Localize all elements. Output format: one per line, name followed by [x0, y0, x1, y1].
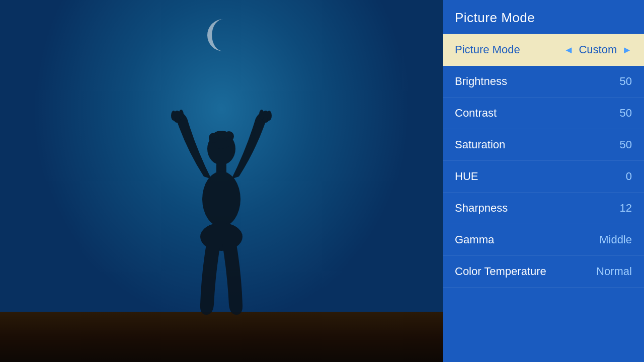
arrow-right-icon-picture-mode[interactable]: ►: [622, 44, 632, 56]
menu-item-value-brightness: 50: [602, 75, 632, 88]
arrow-left-icon-picture-mode[interactable]: ◄: [564, 44, 574, 56]
menu-item-value-hue: 0: [602, 170, 632, 183]
menu-item-value-container-hue: 0: [602, 170, 632, 183]
menu-item-label-sharpness: Sharpness: [455, 202, 508, 215]
menu-item-saturation[interactable]: Saturation50: [443, 129, 644, 161]
menu-item-value-container-sharpness: 12: [602, 202, 632, 215]
menu-item-value-saturation: 50: [602, 138, 632, 151]
svg-point-8: [179, 110, 184, 120]
menu-items-list: Picture Mode◄Custom►Brightness50Contrast…: [443, 34, 644, 362]
menu-item-value-container-saturation: 50: [602, 138, 632, 151]
svg-point-7: [171, 111, 176, 121]
menu-item-value-container-contrast: 50: [602, 107, 632, 120]
menu-item-value-container-brightness: 50: [602, 75, 632, 88]
menu-item-label-hue: HUE: [455, 170, 478, 183]
menu-item-value-color-temperature: Normal: [596, 265, 632, 278]
menu-item-picture-mode[interactable]: Picture Mode◄Custom►: [443, 34, 644, 66]
menu-item-value-contrast: 50: [602, 107, 632, 120]
menu-item-value-container-gamma: Middle: [599, 233, 632, 246]
svg-point-3: [224, 131, 234, 141]
menu-item-value-container-color-temperature: Normal: [596, 265, 632, 278]
svg-point-11: [259, 110, 264, 120]
svg-point-5: [202, 171, 240, 227]
menu-item-gamma[interactable]: GammaMiddle: [443, 224, 644, 256]
moon: [201, 15, 242, 55]
menu-item-value-picture-mode: Custom: [579, 43, 617, 56]
menu-item-value-gamma: Middle: [599, 233, 632, 246]
picture-mode-panel: Picture Mode Picture Mode◄Custom►Brightn…: [443, 0, 644, 362]
menu-item-label-color-temperature: Color Temperature: [455, 265, 546, 278]
menu-item-brightness[interactable]: Brightness50: [443, 66, 644, 98]
menu-item-label-gamma: Gamma: [455, 233, 494, 246]
menu-item-hue[interactable]: HUE0: [443, 161, 644, 193]
menu-item-label-saturation: Saturation: [455, 138, 505, 151]
menu-item-contrast[interactable]: Contrast50: [443, 98, 644, 129]
background-scene: [0, 0, 443, 362]
menu-item-color-temperature[interactable]: Color TemperatureNormal: [443, 256, 644, 288]
menu-item-value-container-picture-mode: ◄Custom►: [564, 43, 632, 56]
panel-header: Picture Mode: [443, 0, 644, 34]
menu-item-sharpness[interactable]: Sharpness12: [443, 193, 644, 224]
menu-item-value-sharpness: 12: [602, 202, 632, 215]
menu-item-label-brightness: Brightness: [455, 75, 507, 88]
menu-item-label-contrast: Contrast: [455, 107, 497, 120]
person-silhouette: [146, 109, 297, 322]
panel-title: Picture Mode: [455, 10, 535, 25]
svg-point-2: [209, 133, 219, 143]
svg-point-10: [267, 111, 272, 121]
menu-item-label-picture-mode: Picture Mode: [455, 43, 520, 56]
